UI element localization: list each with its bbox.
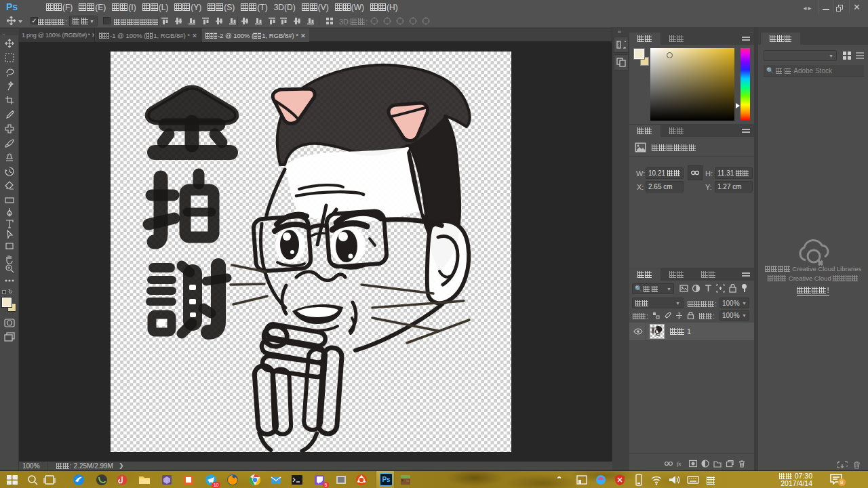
svg-text:fx: fx [677,460,682,467]
